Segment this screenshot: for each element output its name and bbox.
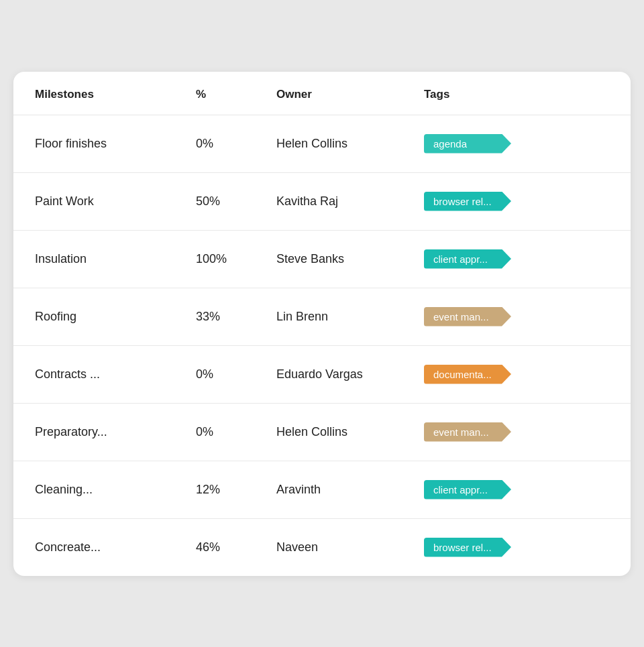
- cell-milestone: Paint Work: [13, 172, 174, 230]
- cell-tags: documenta...: [402, 345, 631, 403]
- header-owner: Owner: [255, 72, 402, 115]
- cell-milestone: Floor finishes: [13, 115, 174, 172]
- cell-percent: 12%: [174, 461, 255, 518]
- main-card: Milestones % Owner Tags Floor finishes 0…: [13, 72, 631, 576]
- cell-percent: 0%: [174, 403, 255, 461]
- cell-percent: 33%: [174, 288, 255, 345]
- cell-percent: 0%: [174, 345, 255, 403]
- cell-owner: Naveen: [255, 518, 402, 576]
- tag-badge[interactable]: event man...: [424, 422, 511, 442]
- cell-tags: browser rel...: [402, 518, 631, 576]
- cell-percent: 46%: [174, 518, 255, 576]
- cell-milestone: Insulation: [13, 230, 174, 288]
- table-row[interactable]: Insulation 100% Steve Banks client appr.…: [13, 230, 631, 288]
- table-row[interactable]: Roofing 33% Lin Brenn event man...: [13, 288, 631, 345]
- cell-owner: Aravinth: [255, 461, 402, 518]
- tag-badge[interactable]: event man...: [424, 307, 511, 327]
- header-milestones: Milestones: [13, 72, 174, 115]
- cell-owner: Eduardo Vargas: [255, 345, 402, 403]
- cell-milestone: Concreate...: [13, 518, 174, 576]
- header-tags: Tags: [402, 72, 631, 115]
- cell-percent: 100%: [174, 230, 255, 288]
- tag-badge[interactable]: documenta...: [424, 365, 511, 384]
- tag-badge[interactable]: client appr...: [424, 249, 511, 269]
- cell-tags: client appr...: [402, 461, 631, 518]
- cell-owner: Lin Brenn: [255, 288, 402, 345]
- table-header-row: Milestones % Owner Tags: [13, 72, 631, 115]
- cell-percent: 0%: [174, 115, 255, 172]
- tag-badge[interactable]: browser rel...: [424, 192, 511, 211]
- cell-milestone: Roofing: [13, 288, 174, 345]
- cell-milestone: Contracts ...: [13, 345, 174, 403]
- table-row[interactable]: Preparatory... 0% Helen Collins event ma…: [13, 403, 631, 461]
- cell-milestone: Preparatory...: [13, 403, 174, 461]
- cell-tags: client appr...: [402, 230, 631, 288]
- table-row[interactable]: Paint Work 50% Kavitha Raj browser rel..…: [13, 172, 631, 230]
- cell-owner: Kavitha Raj: [255, 172, 402, 230]
- cell-tags: event man...: [402, 403, 631, 461]
- table-row[interactable]: Floor finishes 0% Helen Collins agenda: [13, 115, 631, 172]
- cell-tags: event man...: [402, 288, 631, 345]
- cell-owner: Helen Collins: [255, 403, 402, 461]
- cell-percent: 50%: [174, 172, 255, 230]
- tag-badge[interactable]: client appr...: [424, 480, 511, 499]
- table-row[interactable]: Contracts ... 0% Eduardo Vargas document…: [13, 345, 631, 403]
- cell-owner: Steve Banks: [255, 230, 402, 288]
- cell-tags: browser rel...: [402, 172, 631, 230]
- table-row[interactable]: Concreate... 46% Naveen browser rel...: [13, 518, 631, 576]
- header-percent: %: [174, 72, 255, 115]
- cell-tags: agenda: [402, 115, 631, 172]
- tag-badge[interactable]: browser rel...: [424, 538, 511, 557]
- table-row[interactable]: Cleaning... 12% Aravinth client appr...: [13, 461, 631, 518]
- tag-badge[interactable]: agenda: [424, 134, 511, 154]
- cell-owner: Helen Collins: [255, 115, 402, 172]
- milestones-table: Milestones % Owner Tags Floor finishes 0…: [13, 72, 631, 576]
- cell-milestone: Cleaning...: [13, 461, 174, 518]
